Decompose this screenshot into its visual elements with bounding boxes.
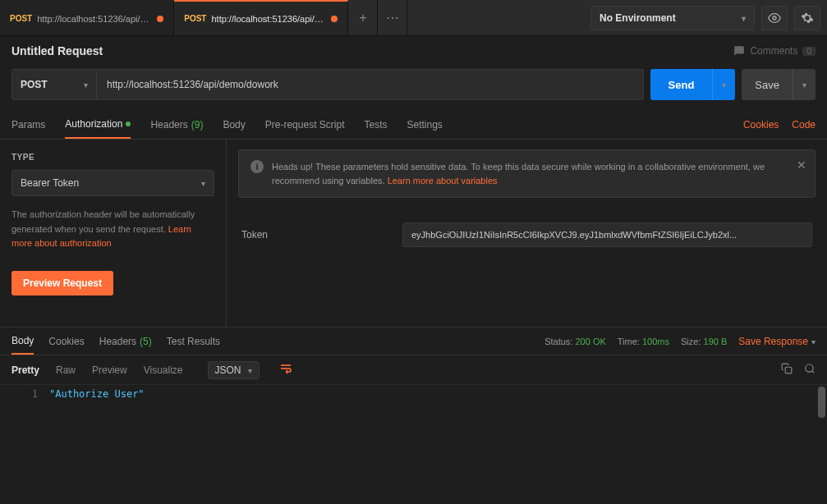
unsaved-dot-icon	[331, 16, 338, 22]
save-button[interactable]: Save	[742, 69, 793, 100]
token-input[interactable]	[402, 222, 812, 247]
view-mode-raw[interactable]: Raw	[56, 364, 76, 376]
settings-button[interactable]	[794, 6, 820, 30]
svg-line-5	[812, 371, 815, 373]
resp-tab-tests[interactable]: Test Results	[167, 328, 220, 355]
tab-params[interactable]: Params	[11, 110, 45, 139]
environment-quicklook-button[interactable]	[761, 6, 788, 30]
scrollbar[interactable]	[818, 387, 825, 418]
active-dot-icon	[126, 121, 131, 126]
svg-point-0	[773, 16, 776, 20]
method-select[interactable]: POST	[11, 69, 97, 100]
line-gutter: 1	[0, 385, 49, 451]
comments-label: Comments	[750, 45, 797, 57]
method-badge: POST	[10, 14, 32, 23]
new-tab-button[interactable]: +	[348, 0, 378, 35]
status-value: 200 OK	[575, 337, 605, 346]
request-row: POST Send Save	[0, 62, 827, 110]
comments-button[interactable]: Comments 0	[733, 45, 816, 57]
tab-url: http://localhost:51236/api/de...	[37, 14, 152, 24]
auth-area: TYPE Bearer Token The authorization head…	[0, 140, 827, 327]
response-tabs: Body Cookies Headers (5) Test Results St…	[0, 328, 827, 355]
tabs-area: POST http://localhost:51236/api/de... PO…	[0, 0, 407, 35]
auth-right-panel: i Heads up! These parameters hold sensit…	[227, 140, 827, 327]
chevron-down-icon	[84, 79, 88, 90]
unsaved-dot-icon	[157, 16, 163, 22]
tab-body[interactable]: Body	[223, 110, 245, 139]
auth-description: The authorization header will be automat…	[11, 208, 214, 251]
learn-more-variables-link[interactable]: Learn more about variables	[388, 176, 498, 186]
save-response-label: Save Response	[738, 336, 808, 347]
method-text: POST	[21, 79, 48, 90]
gear-icon	[801, 11, 814, 25]
request-title: Untitled Request	[11, 44, 103, 57]
resp-tab-cookies[interactable]: Cookies	[48, 328, 84, 355]
viewer-bar: Pretty Raw Preview Visualize JSON	[0, 355, 827, 385]
request-tab-1[interactable]: POST http://localhost:51236/api/de...	[174, 0, 348, 35]
auth-left-panel: TYPE Bearer Token The authorization head…	[0, 140, 227, 327]
wrap-lines-button[interactable]	[276, 359, 296, 381]
close-banner-button[interactable]: ✕	[797, 158, 806, 172]
environment-select[interactable]: No Environment	[590, 6, 755, 30]
save-dropdown[interactable]	[793, 69, 816, 100]
view-mode-preview[interactable]: Preview	[92, 364, 127, 376]
tab-url: http://localhost:51236/api/de...	[211, 14, 326, 24]
size-group: Size: 190 B	[681, 337, 727, 346]
info-banner: i Heads up! These parameters hold sensit…	[238, 149, 816, 198]
tab-label: Headers	[150, 119, 187, 131]
format-select[interactable]: JSON	[208, 361, 260, 379]
resp-tab-body[interactable]: Body	[11, 328, 34, 355]
auth-description-text: The authorization header will be automat…	[11, 209, 195, 234]
tab-label: Headers	[99, 336, 136, 347]
resp-tab-headers[interactable]: Headers (5)	[99, 328, 152, 355]
view-mode-pretty[interactable]: Pretty	[11, 364, 39, 376]
tab-authorization[interactable]: Authorization	[65, 110, 131, 139]
svg-point-4	[806, 364, 813, 372]
auth-type-select[interactable]: Bearer Token	[11, 170, 214, 196]
comments-count: 0	[802, 47, 816, 56]
send-button[interactable]: Send	[650, 69, 713, 100]
svg-rect-3	[785, 367, 792, 373]
tab-settings[interactable]: Settings	[407, 110, 443, 139]
send-dropdown[interactable]	[712, 69, 735, 100]
tab-headers[interactable]: Headers (9)	[150, 110, 203, 139]
info-icon: i	[250, 160, 264, 173]
chevron-down-icon	[248, 364, 252, 376]
time-group: Time: 100ms	[618, 337, 669, 346]
copy-icon	[781, 363, 793, 374]
time-value: 100ms	[642, 337, 669, 346]
token-label: Token	[241, 229, 389, 241]
url-input[interactable]	[97, 69, 644, 100]
type-label: TYPE	[11, 153, 214, 162]
code-link[interactable]: Code	[792, 119, 816, 131]
preview-request-button[interactable]: Preview Request	[11, 271, 113, 296]
view-mode-visualize[interactable]: Visualize	[144, 364, 183, 376]
wrap-icon	[279, 362, 292, 375]
chevron-down-icon	[802, 79, 806, 90]
chevron-down-icon	[742, 12, 746, 24]
response-body[interactable]: 1 "Authorize User"	[0, 385, 827, 451]
save-response-button[interactable]: Save Response	[738, 336, 816, 347]
request-tab-0[interactable]: POST http://localhost:51236/api/de...	[0, 0, 174, 35]
chevron-down-icon	[811, 336, 816, 347]
method-badge: POST	[184, 14, 206, 23]
tab-overflow-button[interactable]: ⋯	[378, 0, 407, 35]
line-number: 1	[0, 388, 38, 400]
tab-label: Authorization	[65, 118, 122, 130]
topbar: POST http://localhost:51236/api/de... PO…	[0, 0, 827, 36]
right-controls: No Environment	[590, 0, 827, 35]
tab-tests[interactable]: Tests	[364, 110, 387, 139]
search-icon	[804, 363, 816, 374]
header-count: (5)	[140, 336, 152, 347]
format-label: JSON	[215, 364, 241, 376]
search-button[interactable]	[804, 363, 816, 377]
cookies-link[interactable]: Cookies	[743, 119, 779, 131]
copy-button[interactable]	[781, 363, 793, 377]
environment-label: No Environment	[600, 12, 676, 24]
auth-type-value: Bearer Token	[21, 177, 79, 189]
header-count: (9)	[191, 119, 204, 131]
status-group: Status: 200 OK	[544, 337, 606, 346]
tab-prerequest[interactable]: Pre-request Script	[265, 110, 345, 139]
size-value: 190 B	[704, 337, 728, 346]
eye-icon	[768, 11, 781, 25]
